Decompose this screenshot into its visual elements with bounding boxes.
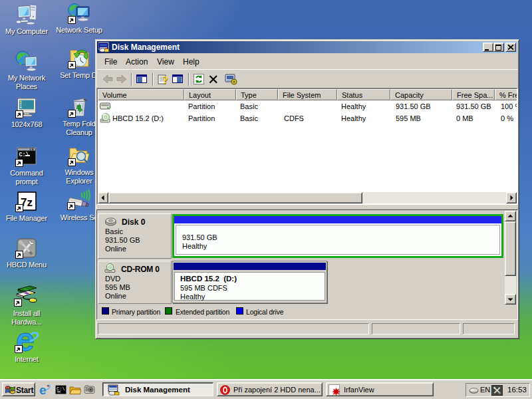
- svg-text:C:\: C:\: [57, 386, 65, 392]
- svg-text:?: ?: [162, 74, 168, 85]
- svg-text:e: e: [39, 384, 47, 396]
